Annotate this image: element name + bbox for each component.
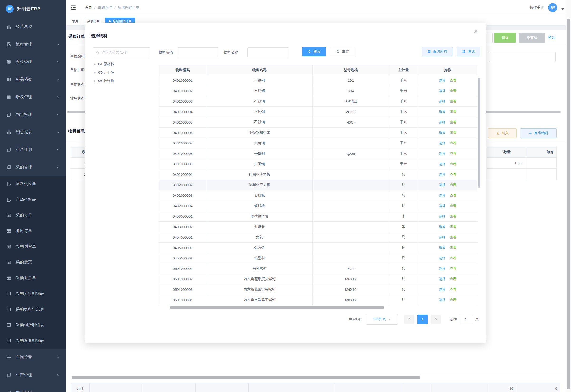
sidebar-item[interactable]: 销售报表 bbox=[0, 123, 66, 141]
table-row[interactable]: 0405000002 铝型材 只 选择 查看 bbox=[159, 253, 478, 264]
select-link[interactable]: 选择 bbox=[439, 298, 445, 302]
sidebar-item[interactable]: 车间设置 bbox=[0, 349, 66, 366]
table-row[interactable]: 0501000002 内六角花形沉头螺钉 M6X12 只 选择 查看 bbox=[159, 274, 478, 284]
table-row[interactable]: 0403000001 厚壁镀锌管 米 选择 查看 bbox=[159, 211, 478, 222]
select-link[interactable]: 选择 bbox=[439, 78, 445, 82]
view-link[interactable]: 查看 bbox=[450, 193, 457, 197]
view-link[interactable]: 查看 bbox=[450, 110, 457, 113]
select-link[interactable]: 选择 bbox=[439, 225, 445, 229]
select-link[interactable]: 选择 bbox=[439, 246, 445, 250]
view-link[interactable]: 查看 bbox=[450, 183, 457, 187]
select-link[interactable]: 选择 bbox=[439, 110, 445, 113]
sidebar-item[interactable]: 销售管理 bbox=[0, 106, 66, 123]
view-link[interactable]: 查看 bbox=[450, 120, 457, 124]
audit-button[interactable]: 审核 bbox=[494, 33, 516, 43]
name-filter-input[interactable] bbox=[247, 47, 289, 57]
import-button[interactable]: 引入 bbox=[488, 128, 516, 138]
view-link[interactable]: 查看 bbox=[450, 78, 457, 82]
reset-button[interactable]: 重置 bbox=[331, 47, 355, 56]
select-link[interactable]: 选择 bbox=[439, 204, 445, 208]
view-link[interactable]: 查看 bbox=[450, 266, 457, 270]
sidebar-item[interactable]: 办公管理 bbox=[0, 53, 66, 70]
view-link[interactable]: 查看 bbox=[450, 246, 457, 250]
sidebar-item[interactable]: 流程管理 bbox=[0, 35, 66, 53]
select-link[interactable]: 选择 bbox=[439, 152, 445, 155]
select-link[interactable]: 选择 bbox=[439, 131, 445, 134]
table-row[interactable]: 0404000001 角铁 只 选择 查看 bbox=[159, 232, 478, 243]
table-row[interactable]: 0402000004 镀锌板 只 选择 查看 bbox=[159, 201, 478, 211]
goto-page-input[interactable]: 1 bbox=[459, 315, 473, 324]
table-row[interactable]: 0501000004 内六角平端紧定螺钉 M8X12 只 选择 查看 bbox=[159, 295, 478, 305]
add-material-button[interactable]: 新增物料 bbox=[520, 128, 557, 138]
next-page-button[interactable] bbox=[431, 315, 441, 324]
view-link[interactable]: 查看 bbox=[450, 172, 457, 176]
code-filter-input[interactable] bbox=[177, 47, 219, 57]
view-link[interactable]: 查看 bbox=[450, 131, 457, 134]
view-link[interactable]: 查看 bbox=[450, 298, 457, 302]
tree-caret-icon[interactable] bbox=[94, 63, 96, 66]
select-link[interactable]: 选择 bbox=[439, 277, 445, 281]
query-all-button[interactable]: 查询所有 bbox=[422, 47, 453, 56]
tree-node[interactable]: 05-五金件 bbox=[93, 69, 150, 77]
select-link[interactable]: 选择 bbox=[439, 256, 445, 260]
sidebar-subitem[interactable]: 备库订单 bbox=[0, 223, 66, 239]
sidebar-subitem[interactable]: 采购订单 bbox=[0, 207, 66, 223]
view-link[interactable]: 查看 bbox=[450, 256, 457, 260]
table-row[interactable]: 0402000003 石棉板 只 选择 查看 bbox=[159, 190, 478, 201]
table-row[interactable]: 0401000009 拉圆钢 千米 选择 查看 bbox=[159, 159, 478, 169]
multi-select-button[interactable]: 连选 bbox=[457, 47, 480, 56]
unaudit-button[interactable]: 反审核 bbox=[519, 33, 545, 43]
view-link[interactable]: 查看 bbox=[450, 277, 457, 281]
category-search-input[interactable]: 请输入分类名称 bbox=[93, 47, 150, 57]
view-link[interactable]: 查看 bbox=[450, 204, 457, 208]
select-link[interactable]: 选择 bbox=[439, 214, 445, 218]
select-link[interactable]: 选择 bbox=[439, 89, 445, 93]
select-link[interactable]: 选择 bbox=[439, 193, 445, 197]
table-row[interactable]: 0401000007 六角钢 千米 选择 查看 bbox=[159, 138, 478, 149]
tab-home[interactable]: 首页 bbox=[69, 18, 82, 25]
view-link[interactable]: 查看 bbox=[450, 225, 457, 229]
view-link[interactable]: 查看 bbox=[450, 235, 457, 239]
sidebar-item[interactable]: 经营总控 bbox=[0, 18, 66, 35]
table-vertical-scrollbar[interactable] bbox=[478, 65, 481, 305]
select-link[interactable]: 选择 bbox=[439, 172, 445, 176]
table-row[interactable]: 0405000001 铝合金 只 选择 查看 bbox=[159, 243, 478, 253]
select-link[interactable]: 选择 bbox=[439, 120, 445, 124]
table-row[interactable]: 0501000003 内六角花形沉头螺钉 M6X10 只 选择 查看 bbox=[159, 284, 478, 295]
select-link[interactable]: 选择 bbox=[439, 141, 445, 145]
select-link[interactable]: 选择 bbox=[439, 266, 445, 270]
manual-link[interactable]: 操作手册 bbox=[530, 5, 544, 10]
table-row[interactable]: 0401000001 不锈钢 201 千米 选择 查看 bbox=[159, 75, 478, 86]
table-horizontal-scrollbar-thumb[interactable] bbox=[170, 306, 384, 309]
sidebar-item[interactable]: 采购管理 bbox=[0, 158, 66, 176]
select-link[interactable]: 选择 bbox=[439, 235, 445, 239]
prev-page-button[interactable] bbox=[405, 315, 414, 324]
sidebar-subitem[interactable]: 采购发票明细表 bbox=[0, 333, 66, 349]
sidebar-subitem[interactable]: 采购发票 bbox=[0, 254, 66, 270]
table-row[interactable]: 0401000003 不锈钢 304镜面 千米 选择 查看 bbox=[159, 96, 478, 107]
view-link[interactable]: 查看 bbox=[450, 99, 457, 103]
view-link[interactable]: 查看 bbox=[450, 152, 457, 155]
page-size-select[interactable]: 100条/页 bbox=[366, 314, 398, 324]
sidebar-subitem[interactable]: 采购执行汇总表 bbox=[0, 301, 66, 317]
avatar[interactable]: M bbox=[548, 3, 557, 12]
view-link[interactable]: 查看 bbox=[450, 89, 457, 93]
page-vertical-scrollbar-thumb[interactable] bbox=[567, 18, 570, 389]
table-row[interactable]: 0401000006 不锈钢加热带 千米 选择 查看 bbox=[159, 127, 478, 138]
sidebar-subitem[interactable]: 采购到货明细表 bbox=[0, 317, 66, 333]
tree-caret-icon[interactable] bbox=[94, 80, 96, 82]
tree-node[interactable]: 04-原材料 bbox=[93, 60, 150, 69]
select-link[interactable]: 选择 bbox=[439, 287, 445, 291]
sidebar-subitem[interactable]: 采购退货单 bbox=[0, 270, 66, 286]
page-vertical-scrollbar[interactable] bbox=[566, 0, 571, 392]
table-row[interactable]: 0401000008 平键钢 Q235 千米 选择 查看 bbox=[159, 149, 478, 159]
table-row[interactable]: 0402000001 红黑亚克力板 只 选择 查看 bbox=[159, 169, 478, 180]
sidebar-item[interactable]: 加工车间 bbox=[0, 384, 66, 392]
sidebar-subitem[interactable]: 采购到货单 bbox=[0, 239, 66, 254]
table-row[interactable]: 0401000005 不锈钢 40Cr 千米 选择 查看 bbox=[159, 117, 478, 127]
view-link[interactable]: 查看 bbox=[450, 287, 457, 291]
sidebar-subitem[interactable]: 采购执行明细表 bbox=[0, 286, 66, 301]
table-vertical-scrollbar-thumb[interactable] bbox=[478, 78, 480, 188]
sidebar-item[interactable]: 料品档案 bbox=[0, 70, 66, 88]
tree-node[interactable]: 06-包装物 bbox=[93, 77, 150, 85]
